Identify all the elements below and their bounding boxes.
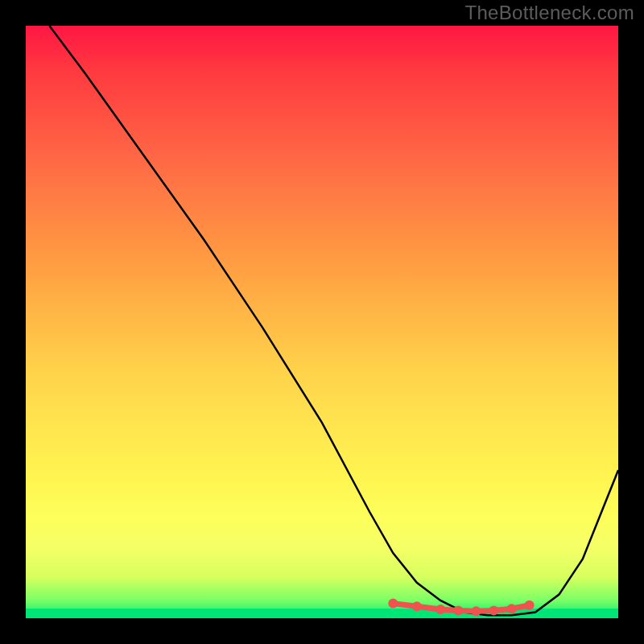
- sweet-spot-point: [412, 601, 422, 611]
- sweet-spot-markers: [388, 599, 534, 617]
- sweet-spot-point: [489, 605, 498, 615]
- sweet-spot-point: [436, 605, 445, 614]
- watermark-text: TheBottleneck.com: [464, 2, 634, 24]
- chart-svg: [26, 26, 618, 618]
- chart-frame: TheBottleneck.com: [0, 0, 644, 644]
- sweet-spot-point: [388, 599, 398, 609]
- sweet-spot-point: [453, 605, 463, 615]
- bottleneck-curve: [49, 26, 618, 615]
- sweet-spot-point: [525, 601, 535, 610]
- sweet-spot-point: [471, 606, 481, 616]
- plot-area: [26, 26, 618, 618]
- sweet-spot-point: [507, 604, 517, 613]
